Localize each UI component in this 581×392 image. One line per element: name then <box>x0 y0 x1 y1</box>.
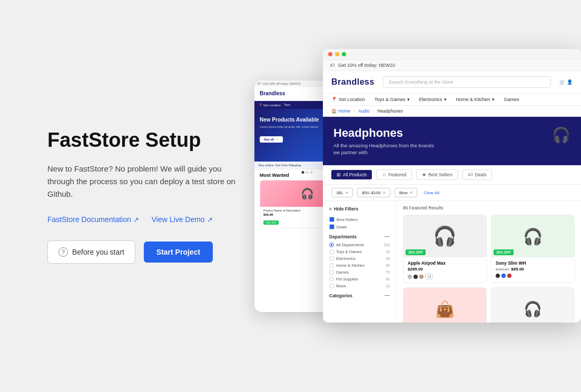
radio-pet[interactable] <box>329 277 334 282</box>
dept-pet[interactable]: Pet Supplies 60 <box>329 277 390 282</box>
mobile-carousel-dots <box>302 169 313 176</box>
active-filters-row: JBL× $50–$100× Blue× Clear All <box>323 185 581 201</box>
radio-all-departments[interactable] <box>329 243 334 247</box>
results-count: 86 Featured Results <box>403 205 575 210</box>
faststore-doc-link[interactable]: FastStore Documentation ↗ <box>47 215 139 224</box>
color-red-sony[interactable] <box>507 274 511 278</box>
buttons-row: ? Before you start Start Project <box>47 240 263 264</box>
product-image-white: 🎧 <box>491 288 574 322</box>
checkbox-best-sellers[interactable] <box>329 217 334 222</box>
filter-chip-price[interactable]: $50–$100× <box>357 188 390 197</box>
maximize-window-dot[interactable] <box>342 52 346 56</box>
minimize-window-dot[interactable] <box>335 52 339 56</box>
page-container: FastStore Setup New to FastStore? No pro… <box>0 0 581 392</box>
breadcrumb: 🏠 Home › Audio › Headphones <box>323 106 581 117</box>
tab-all-products[interactable]: ⊞All Products <box>331 170 372 179</box>
left-content: FastStore Setup New to FastStore? No pro… <box>0 128 263 264</box>
filter-tabs: ⊞All Products ☆Featured ★Best Sellers 🏷D… <box>323 165 581 185</box>
headphone-product-icon: 🎧 <box>301 187 314 200</box>
nav-home-kitchen[interactable]: Home & Kitchen▾ <box>456 97 495 102</box>
desktop-brand: Brandless <box>331 77 375 87</box>
product-card-sony: 🎧 10% OFF Sony Slim WH $100.00 $85.00 <box>491 215 575 283</box>
hide-filters-button[interactable]: ≡ Hide Filters <box>329 206 390 212</box>
bag-product-icon: 👜 <box>435 300 455 318</box>
external-link-icon: ↗ <box>133 216 139 224</box>
filter-best-sellers[interactable]: Best Sellers <box>329 217 390 222</box>
color-dots-airpod: +3 <box>408 274 482 279</box>
desktop-header: Brandless Search Everything at the Store… <box>323 71 581 94</box>
dept-games[interactable]: Games 75 <box>329 270 390 275</box>
nav-toys[interactable]: Toys & Games▾ <box>375 97 410 102</box>
question-icon: ? <box>58 247 68 257</box>
results-area: 86 Featured Results 🎧 15% OFF Apple Airp… <box>397 201 581 322</box>
filter-chip-blue[interactable]: Blue× <box>395 188 417 197</box>
more-colors[interactable]: +3 <box>425 274 433 279</box>
category-description: All the amazing Headphones from the bran… <box>333 142 439 156</box>
product-name-sony: Sony Slim WH <box>496 260 570 266</box>
product-old-price-sony: $100.00 <box>496 267 509 271</box>
product-card-airpod: 🎧 15% OFF Apple Airpod Max $285.00 <box>403 215 487 283</box>
filter-chip-jbl[interactable]: JBL× <box>331 188 353 197</box>
page-title: FastStore Setup <box>47 128 263 153</box>
radio-electronics[interactable] <box>329 256 334 261</box>
close-window-dot[interactable] <box>328 52 332 56</box>
before-you-start-button[interactable]: ? Before you start <box>47 240 135 264</box>
desktop-screenshot: 🏷 Get 10% off today: NEW10 Brandless Sea… <box>323 49 581 323</box>
live-demo-link[interactable]: View Live Demo ↗ <box>152 215 213 224</box>
radio-home[interactable] <box>329 263 334 268</box>
tab-featured[interactable]: ☆Featured <box>376 169 412 180</box>
radio-music[interactable] <box>329 284 334 288</box>
tab-deals[interactable]: 🏷Deals <box>462 169 493 180</box>
white-headphone-icon: 🎧 <box>524 300 542 318</box>
nav-location[interactable]: 📍Set Location <box>331 97 365 102</box>
page-description: New to FastStore? No problem! We will gu… <box>47 163 248 200</box>
category-hero: Headphones All the amazing Headphones fr… <box>323 117 581 166</box>
desktop-promo-bar: 🏷 Get 10% off today: NEW10 <box>323 60 581 71</box>
nav-games[interactable]: Games <box>504 97 519 102</box>
product-price-row-sony: $100.00 $85.00 <box>496 267 570 272</box>
links-row: FastStore Documentation ↗ View Live Demo… <box>47 215 263 224</box>
products-grid: 🎧 15% OFF Apple Airpod Max $285.00 <box>403 215 575 322</box>
radio-toys[interactable] <box>329 249 334 254</box>
nav-electronics[interactable]: Electronics▾ <box>419 97 447 102</box>
product-image-sony: 🎧 10% OFF <box>491 215 574 257</box>
desktop-nav: 📍Set Location Toys & Games▾ Electronics▾… <box>323 94 581 106</box>
product-info-airpod: Apple Airpod Max $285.00 +3 <box>403 257 486 283</box>
color-black[interactable] <box>413 275 418 279</box>
dept-electronics[interactable]: Electronics 30 <box>329 256 390 261</box>
color-gold[interactable] <box>419 275 424 279</box>
dept-music[interactable]: Music 10 <box>329 284 390 288</box>
product-card-bag: 👜 Red Bag $45.00 <box>403 287 487 322</box>
color-dots-sony <box>496 274 570 278</box>
headphone-category-icon: 🎧 <box>552 126 570 144</box>
radio-games[interactable] <box>329 270 334 275</box>
product-info-sony: Sony Slim WH $100.00 $85.00 <box>491 257 574 281</box>
desktop-search-input[interactable]: Search Everything at the Store <box>383 76 552 88</box>
product-image-bag: 👜 <box>403 288 486 322</box>
window-chrome <box>323 49 581 60</box>
color-silver[interactable] <box>408 275 412 279</box>
sidebar-filters: ≡ Hide Filters Best Sellers Deals Depart… <box>323 201 397 322</box>
airpod-product-icon: 🎧 <box>433 225 457 247</box>
dept-all[interactable]: All Departments 210 <box>329 243 390 247</box>
dept-home[interactable]: Home & Kitchen 30 <box>329 263 390 268</box>
product-image-airpod: 🎧 15% OFF <box>403 215 486 257</box>
checkbox-deals[interactable] <box>329 224 334 229</box>
product-price-airpod: $285.00 <box>408 267 423 272</box>
product-name-airpod: Apple Airpod Max <box>408 260 482 266</box>
tab-best-sellers[interactable]: ★Best Sellers <box>416 169 458 180</box>
product-price-row-airpod: $285.00 <box>408 267 482 272</box>
color-blue-sony[interactable] <box>501 274 506 278</box>
clear-all-button[interactable]: Clear All <box>424 190 439 195</box>
categories-title: Categories — <box>329 293 390 298</box>
product-card-white-headphone: 🎧 White Headphones $65.00 <box>491 287 575 322</box>
color-black-sony[interactable] <box>496 274 500 278</box>
departments-title: Departments — <box>329 234 390 239</box>
departments-group: Departments — All Departments 210 Toys &… <box>329 234 390 288</box>
category-title: Headphones <box>333 126 439 140</box>
start-project-button[interactable]: Start Project <box>144 242 213 263</box>
dept-toys[interactable]: Toys & Games 15 <box>329 249 390 254</box>
product-price-sony: $85.00 <box>511 267 524 272</box>
filter-deals[interactable]: Deals <box>329 224 390 229</box>
discount-badge-airpod: 15% OFF <box>406 249 426 255</box>
